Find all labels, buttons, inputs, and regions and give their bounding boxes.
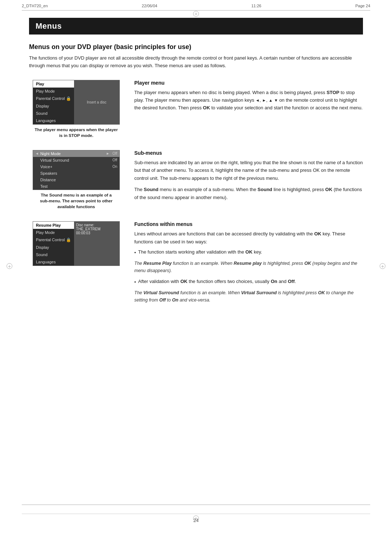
submenu-row-night-mode: ◄ Night Mode ► Off [33,150,119,157]
player-menu-section: Play Play Mode Parental Control 🔒 Displa… [29,80,363,138]
functions-image-col: Resume Play Play Mode Parental Control 🔒… [29,221,123,266]
header-filename: 2_DTH720_en [22,4,48,8]
content-area: Menus Menus on your DVD player (basic pr… [0,11,392,341]
player-menu-screenshot: Play Play Mode Parental Control 🔒 Displa… [33,80,120,125]
arrow-left-icon: ◄ [35,151,39,155]
example-1: The Resume Play function is an example. … [134,260,363,274]
intro-paragraph: The functions of your DVD player are not… [29,54,363,70]
resume-menu-right-panel: Disc name: THE_EXTREM 00:00:03 [74,222,119,266]
resume-item-display: Display [33,244,74,251]
insert-disc-label: Insert a disc [87,100,106,104]
page-header: 2_DTH720_en 22/06/04 11:26 Page 24 [0,0,392,10]
submenu-screenshot: ◄ Night Mode ► Off Virtual Surround Off … [33,150,120,190]
header-time: 11:26 [251,4,261,8]
off-bold: Off [288,279,295,284]
bullet-dot-2: • [134,279,136,286]
reg-mark-top [193,11,199,19]
ok-bold-1: OK [203,105,210,110]
player-menu-text-col: Player menu The player menu appears when… [134,80,363,115]
ok-bold-3: OK [314,231,322,236]
sub-menus-heading: Sub-menus [134,150,363,156]
menu-item-languages: Languages [33,117,74,124]
on-bold-2: On [172,298,178,303]
stop-bold: STOP [327,90,339,95]
sound-bold-1: Sound [144,187,158,192]
player-menu-caption: The player menu appears when the player … [35,127,118,138]
page-wrapper: 2_DTH720_en 22/06/04 11:26 Page 24 Menus… [0,0,392,534]
ok-bold-7: OK [318,290,325,295]
sub-menus-image-col: ◄ Night Mode ► Off Virtual Surround Off … [29,150,123,210]
on-bold: On [271,279,277,284]
submenu-row-virtual-surround: Virtual Surround Off [33,157,119,163]
player-menu-image-col: Play Play Mode Parental Control 🔒 Displa… [29,80,123,138]
resume-item-parental-control: Parental Control 🔒 [33,236,74,244]
bullet-item-2: • After validation with OK the function … [134,278,363,286]
bottom-rule [22,505,370,505]
ok-bold-4: OK [245,249,253,255]
reg-mark-right [380,263,385,271]
sub-menus-body: Sub-menus are indicated by an arrow on t… [134,159,363,201]
resume-play-bold-2: Resume play [234,261,262,266]
sub-menus-section: ◄ Night Mode ► Off Virtual Surround Off … [29,150,363,210]
resume-time-label: 00:00:03 [76,231,117,235]
resume-menu-screenshot: Resume Play Play Mode Parental Control 🔒… [33,221,120,266]
page-title: Menus [29,18,363,35]
submenu-row-voice-plus: Voice+ On [33,163,119,170]
main-heading: Menus on your DVD player (basic principl… [29,43,363,51]
player-menu-body: The player menu appears when no disc is … [134,89,363,112]
resume-item-sound: Sound [33,251,74,258]
submenu-caption: The Sound menu is an example of a sub-me… [40,192,113,210]
menu-right-panel: Insert a disc [74,80,119,124]
menu-item-sound: Sound [33,110,74,117]
functions-text-col: Functions within menus Lines without arr… [134,221,363,307]
bullet-item-1: • The function starts working after vali… [134,248,363,257]
reg-mark-bottom [193,515,199,523]
off-bold-2: Off [159,298,166,303]
virtual-surround-bold-2: Virtual Surround [241,290,277,295]
disc-name-label: Disc name: THE_EXTREM [76,223,117,231]
resume-menu-items: Resume Play Play Mode Parental Control 🔒… [33,222,74,266]
ok-bold-6: OK [180,279,188,284]
resume-item-languages: Languages [33,258,74,266]
ok-bold-5: OK [304,261,311,266]
menu-items-list: Play Play Mode Parental Control 🔒 Displa… [33,80,74,124]
sound-bold-2: Sound [258,187,272,192]
sub-menus-text-col: Sub-menus Sub-menus are indicated by an … [134,150,363,204]
bullet-dot-1: • [134,249,136,257]
functions-section: Resume Play Play Mode Parental Control 🔒… [29,221,363,307]
resume-play-bold-1: Resume Play [143,261,172,266]
bullet-list: • The function starts working after vali… [134,248,363,257]
menu-item-parental-control: Parental Control 🔒 [33,95,74,102]
menu-item-play-mode: Play Mode [33,88,74,95]
menu-item-display: Display [33,102,74,110]
submenu-row-distance: Distance [33,177,119,183]
bullet-list-2: • After validation with OK the function … [134,278,363,286]
submenu-row-test: Test [33,183,119,190]
player-menu-heading: Player menu [134,80,363,86]
reg-mark-left [7,263,12,271]
resume-item-play-mode: Play Mode [33,229,74,236]
header-date: 22/06/04 [142,4,158,8]
example-2: The Virtual Surround function is an exam… [134,289,363,304]
resume-item-resume-play: Resume Play [33,222,74,229]
menu-item-play: Play [33,80,74,88]
functions-body: Lines without arrows are functions that … [134,230,363,303]
functions-heading: Functions within menus [134,221,363,227]
ok-bold-2: OK [325,187,332,192]
header-page-ref: Page 24 [355,4,370,8]
submenu-row-speakers: Speakers [33,170,119,177]
virtual-surround-bold-1: Virtual Surround [143,290,179,295]
arrow-right-icon: ► [106,151,110,155]
